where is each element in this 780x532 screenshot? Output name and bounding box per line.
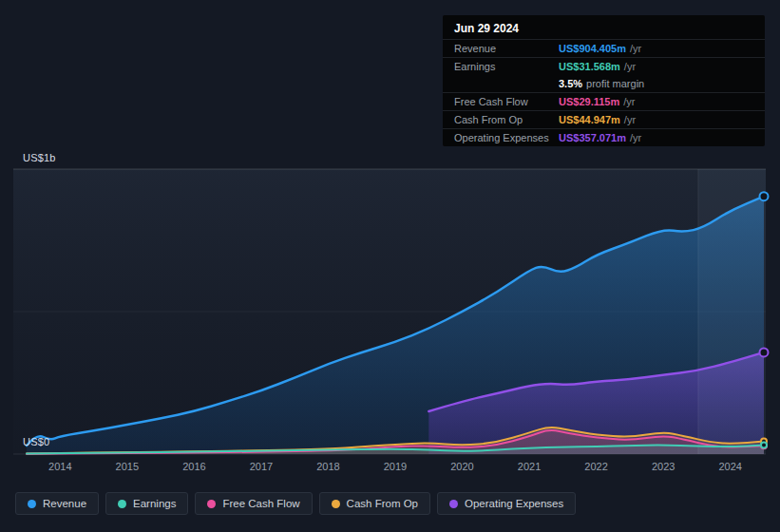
tooltip-row-earnings: Earnings US$31.568m /yr [443,57,765,75]
x-tick-label: 2019 [384,461,407,472]
tooltip-label-operating-expenses: Operating Expenses [454,131,559,144]
tooltip-value-earnings: US$31.568m [559,60,620,73]
legend-item-revenue[interactable]: Revenue [15,492,99,515]
tooltip-row-revenue: Revenue US$904.405m /yr [443,39,765,57]
tooltip-row-profit-margin: 3.5% profit margin [443,75,765,92]
x-tick-label: 2022 [584,461,607,472]
tooltip-row-cash-from-op: Cash From Op US$44.947m /yr [443,110,765,128]
earnings-color-dot [118,500,126,508]
x-tick-label: 2021 [518,461,541,472]
tooltip-row-free-cash-flow: Free Cash Flow US$29.115m /yr [443,92,765,110]
legend-label-revenue: Revenue [43,498,86,509]
x-tick-label: 2016 [182,461,205,472]
legend-label-free-cash-flow: Free Cash Flow [222,498,299,509]
profit-margin-value: 3.5% [559,77,582,90]
operating-expenses-end-marker [760,348,769,356]
x-tick-label: 2020 [450,461,473,472]
tooltip-suffix-free-cash-flow: /yr [623,95,635,108]
x-tick-label: 2017 [250,461,273,472]
legend-item-free-cash-flow[interactable]: Free Cash Flow [195,492,312,515]
revenue-color-dot [28,500,36,508]
highlight-band [698,169,766,454]
y-axis-min-label: US$0 [23,436,49,447]
legend-label-cash-from-op: Cash From Op [347,498,418,509]
tooltip-label-revenue: Revenue [454,42,559,55]
cash-from-op-color-dot [332,500,340,508]
legend-label-earnings: Earnings [133,498,176,509]
tooltip-row-operating-expenses: Operating Expenses US$357.071m /yr [443,128,765,146]
earnings-revenue-history-chart: 2014201520162017201820192020202120222023… [0,0,780,532]
free-cash-flow-color-dot [207,500,216,508]
tooltip-suffix-revenue: /yr [630,42,641,55]
x-tick-label: 2023 [652,461,675,472]
y-axis-max-label: US$1b [23,152,56,163]
tooltip-label-free-cash-flow: Free Cash Flow [454,95,559,108]
tooltip-label-earnings: Earnings [454,60,559,73]
tooltip-value-revenue: US$904.405m [559,42,626,55]
legend-item-operating-expenses[interactable]: Operating Expenses [437,492,576,515]
x-tick-label: 2024 [718,461,741,472]
earnings-end-marker [761,443,767,448]
tooltip-value-cash-from-op: US$44.947m [559,113,620,126]
tooltip-label-cash-from-op: Cash From Op [454,113,559,126]
revenue-end-marker [760,192,769,200]
tooltip-value-free-cash-flow: US$29.115m [559,95,619,108]
x-tick-label: 2014 [48,461,71,472]
chart-tooltip: Jun 29 2024 Revenue US$904.405m /yr Earn… [443,15,765,146]
x-tick-label: 2018 [316,461,339,472]
x-tick-label: 2015 [116,461,139,472]
operating-expenses-color-dot [449,500,458,508]
legend-item-cash-from-op[interactable]: Cash From Op [319,492,430,515]
tooltip-suffix-cash-from-op: /yr [624,113,636,126]
chart-legend: Revenue Earnings Free Cash Flow Cash Fro… [15,492,576,515]
profit-margin-label: profit margin [586,77,644,90]
legend-item-earnings[interactable]: Earnings [105,492,188,515]
tooltip-date: Jun 29 2024 [443,15,765,39]
tooltip-suffix-earnings: /yr [624,60,636,73]
legend-label-operating-expenses: Operating Expenses [465,498,563,509]
tooltip-suffix-operating-expenses: /yr [630,131,641,144]
tooltip-value-operating-expenses: US$357.071m [559,131,626,144]
